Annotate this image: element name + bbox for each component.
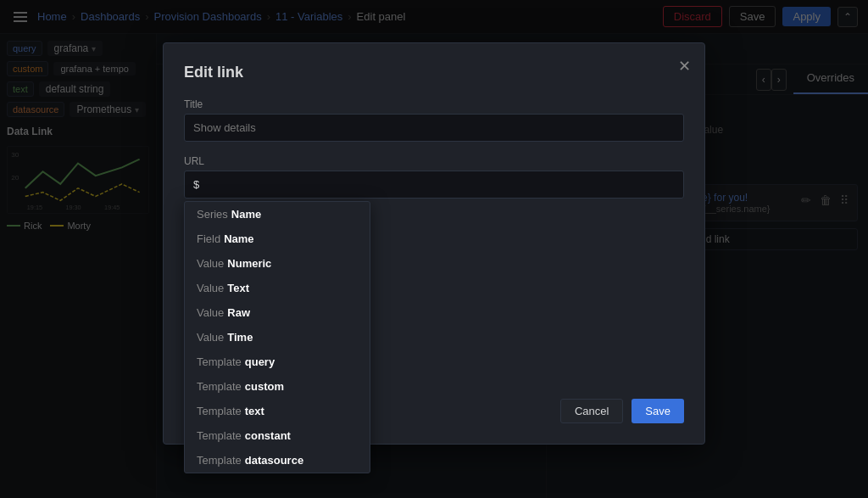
edit-link-modal: Edit link ✕ Title URL Series Name Field … [163, 42, 705, 445]
save-modal-button[interactable]: Save [632, 399, 684, 423]
dropdown-item-field-name[interactable]: Field Name [185, 227, 370, 251]
url-field-label: URL [184, 155, 684, 167]
url-input-wrapper: Series Name Field Name Value Numeric Val… [184, 171, 684, 199]
dropdown-item-value-numeric[interactable]: Value Numeric [185, 251, 370, 276]
title-input[interactable] [184, 114, 684, 142]
dropdown-item-value-raw[interactable]: Value Raw [185, 300, 370, 325]
dropdown-item-series-name[interactable]: Series Name [185, 202, 370, 227]
modal-close-button[interactable]: ✕ [678, 57, 691, 76]
dropdown-item-template-constant[interactable]: Template constant [185, 423, 370, 448]
cancel-button[interactable]: Cancel [560, 399, 623, 423]
url-input[interactable] [184, 171, 684, 199]
url-dropdown-menu: Series Name Field Name Value Numeric Val… [184, 201, 370, 473]
modal-title: Edit link [184, 64, 684, 81]
dropdown-item-template-datasource[interactable]: Template datasource [185, 448, 370, 473]
dropdown-item-value-text[interactable]: Value Text [185, 276, 370, 300]
modal-overlay: Edit link ✕ Title URL Series Name Field … [0, 0, 868, 498]
dropdown-item-template-query[interactable]: Template query [185, 350, 370, 374]
title-field-label: Title [184, 98, 684, 110]
dropdown-item-value-time[interactable]: Value Time [185, 325, 370, 350]
dropdown-item-template-custom[interactable]: Template custom [185, 374, 370, 399]
dropdown-item-template-text[interactable]: Template text [185, 399, 370, 423]
